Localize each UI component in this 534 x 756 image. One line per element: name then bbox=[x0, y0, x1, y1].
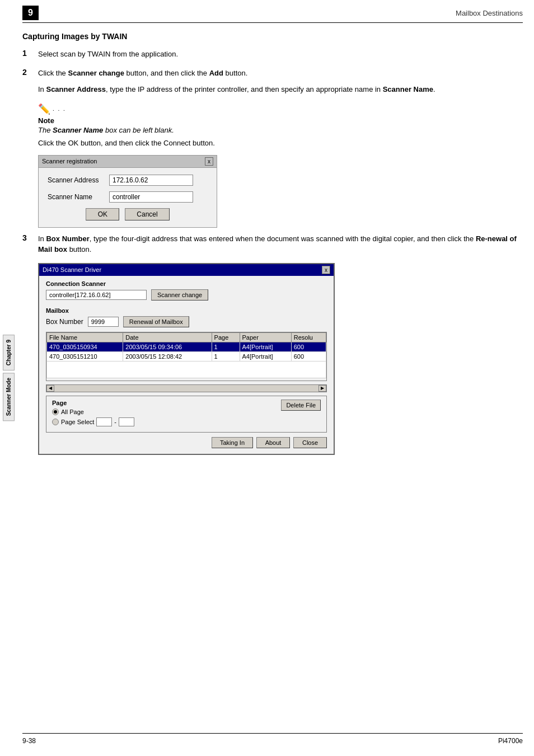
scanner-mode-tab[interactable]: Scanner Mode bbox=[3, 373, 15, 421]
delete-file-btn[interactable]: Delete File bbox=[281, 400, 321, 411]
about-btn[interactable]: About bbox=[256, 437, 290, 448]
page-select-label: Page Select bbox=[61, 419, 94, 425]
note-connect-bold: Connect bbox=[163, 139, 190, 147]
box-number-label: Box Number bbox=[46, 318, 83, 326]
note-text-rest: box can be left blank. bbox=[103, 126, 174, 134]
step-1-number: 1 bbox=[22, 49, 38, 58]
file-table-body: 470_0305150934 2003/05/15 09:34:06 1 A4[… bbox=[47, 342, 326, 378]
cell-filename: 470_0305150934 bbox=[47, 342, 123, 351]
driver-titlebar: Di470 Scanner Driver x bbox=[39, 264, 334, 276]
dialog-close-btn[interactable]: x bbox=[205, 157, 213, 166]
dialog-cancel-btn[interactable]: Cancel bbox=[125, 208, 169, 220]
page-dash: - bbox=[114, 419, 116, 425]
table-row-empty bbox=[47, 361, 326, 378]
page-section: Page All Page Page Select - Delete File bbox=[46, 396, 327, 433]
box-number-input[interactable] bbox=[88, 317, 119, 327]
page-from-input[interactable] bbox=[96, 417, 112, 426]
step-1-content: Select scan by TWAIN from the applicatio… bbox=[38, 49, 523, 60]
table-row[interactable]: 470_0305150934 2003/05/15 09:34:06 1 A4[… bbox=[47, 342, 326, 351]
cell-page: 1 bbox=[212, 342, 240, 351]
dialog-body: Scanner Address Scanner Name OK Cancel bbox=[39, 168, 217, 227]
step-3-number: 3 bbox=[22, 233, 38, 242]
driver-dialog-close-btn[interactable]: Close bbox=[293, 437, 327, 448]
cell-date: 2003/05/15 12:08:42 bbox=[123, 351, 212, 361]
scroll-left-btn[interactable]: ◀ bbox=[46, 385, 54, 392]
scroll-right-btn[interactable]: ▶ bbox=[318, 385, 326, 392]
col-date: Date bbox=[123, 332, 212, 342]
note-click-text2: button, and then click the bbox=[78, 139, 163, 147]
step-2-in-text2: , type the IP address of the printer con… bbox=[106, 85, 383, 93]
note-click-text3: button. bbox=[190, 139, 214, 147]
cell-date: 2003/05/15 09:34:06 bbox=[123, 342, 212, 351]
note-click-text: Click the OK button, and then click the … bbox=[38, 139, 523, 147]
file-table-container: File Name Date Page Paper Resolu 470_030… bbox=[46, 332, 327, 381]
col-filename: File Name bbox=[47, 332, 123, 342]
all-page-row: All Page bbox=[52, 408, 134, 415]
cell-resolu: 600 bbox=[291, 342, 326, 351]
step-2: 2 Click the Scanner change button, and t… bbox=[22, 68, 523, 95]
note-text: The Scanner Name box can be left blank. bbox=[38, 126, 523, 134]
page-select-radio[interactable] bbox=[52, 419, 59, 425]
scanner-row: Scanner change bbox=[46, 289, 327, 300]
scanner-name-input[interactable] bbox=[109, 191, 193, 203]
connection-section-label: Connection Scanner bbox=[46, 280, 327, 287]
step-3-content: In Box Number, type the four-digit addre… bbox=[38, 233, 523, 255]
note-click-text1: Click the bbox=[38, 139, 68, 147]
step-2-text1: Click the bbox=[38, 69, 68, 77]
file-table-head: File Name Date Page Paper Resolu bbox=[47, 332, 326, 342]
horizontal-scrollbar[interactable]: ◀ ▶ bbox=[46, 384, 327, 392]
cell-paper: A4[Portrait] bbox=[240, 342, 291, 351]
page-select-row: Page Select - bbox=[52, 417, 134, 426]
scanner-address-input[interactable] bbox=[109, 175, 193, 186]
dialog-address-row: Scanner Address bbox=[48, 175, 208, 186]
file-table: File Name Date Page Paper Resolu 470_030… bbox=[46, 332, 326, 378]
step-2-text3: button. bbox=[223, 69, 247, 77]
taking-in-btn[interactable]: Taking In bbox=[212, 437, 253, 448]
table-row[interactable]: 470_0305151210 2003/05/15 12:08:42 1 A4[… bbox=[47, 351, 326, 361]
step-2-in-text1: In bbox=[38, 85, 46, 93]
driver-bottom-buttons: Taking In About Close bbox=[46, 437, 327, 448]
footer: 9-38 Pi4700e bbox=[22, 733, 523, 745]
cell-resolu: 600 bbox=[291, 351, 326, 361]
footer-right: Pi4700e bbox=[498, 737, 523, 745]
dialog-name-row: Scanner Name bbox=[48, 191, 208, 203]
step-2-number: 2 bbox=[22, 68, 38, 77]
note-dots: . . . bbox=[53, 106, 66, 112]
step-2-text2: button, and then click the bbox=[124, 69, 209, 77]
driver-scanner-input[interactable] bbox=[46, 290, 147, 300]
note-pencil-icon: ✏️ bbox=[38, 103, 50, 115]
sidebar: Chapter 9 Scanner Mode bbox=[0, 0, 17, 756]
driver-scanner-change-btn[interactable]: Scanner change bbox=[151, 289, 208, 300]
note-text-the: The bbox=[38, 126, 53, 134]
step-2-add: Add bbox=[209, 69, 223, 77]
cell-page: 1 bbox=[212, 351, 240, 361]
step-1: 1 Select scan by TWAIN from the applicat… bbox=[22, 49, 523, 60]
header-title: Mailbox Destinations bbox=[456, 9, 523, 17]
step-2-scanner-change: Scanner change bbox=[68, 69, 124, 77]
step-3-text1: In bbox=[38, 234, 46, 243]
chapter-tab[interactable]: Chapter 9 bbox=[3, 335, 15, 370]
driver-close-btn[interactable]: x bbox=[322, 266, 330, 274]
all-page-label: All Page bbox=[61, 408, 84, 415]
driver-dialog: Di470 Scanner Driver x Connection Scanne… bbox=[38, 263, 335, 455]
step-2-scanner-name: Scanner Name bbox=[383, 85, 433, 93]
note-container: ✏️ . . . Note The Scanner Name box can b… bbox=[38, 103, 523, 147]
mailbox-section: Mailbox Box Number Renewal of Mailbox bbox=[46, 307, 327, 327]
driver-body: Connection Scanner Scanner change Mailbo… bbox=[39, 276, 334, 454]
cell-filename: 470_0305151210 bbox=[47, 351, 123, 361]
step-3-text2: , type the four-digit address that was e… bbox=[90, 234, 476, 243]
footer-left: 9-38 bbox=[22, 737, 36, 745]
dialog-ok-btn[interactable]: OK bbox=[86, 208, 119, 220]
page-section-left: Page All Page Page Select - bbox=[52, 400, 134, 429]
step-2-indent: In Scanner Address, type the IP address … bbox=[38, 84, 523, 95]
dialog-title: Scanner registration bbox=[42, 158, 97, 165]
step-3: 3 In Box Number, type the four-digit add… bbox=[22, 233, 523, 255]
page-to-input[interactable] bbox=[119, 417, 134, 426]
scroll-track bbox=[54, 386, 318, 391]
note-label: Note bbox=[38, 116, 523, 125]
dialog-name-label: Scanner Name bbox=[48, 193, 109, 201]
all-page-radio[interactable] bbox=[52, 408, 59, 415]
step-3-box-number: Box Number bbox=[46, 234, 89, 243]
header-bar: 9 Mailbox Destinations bbox=[22, 6, 523, 23]
renewal-btn[interactable]: Renewal of Mailbox bbox=[123, 316, 189, 327]
